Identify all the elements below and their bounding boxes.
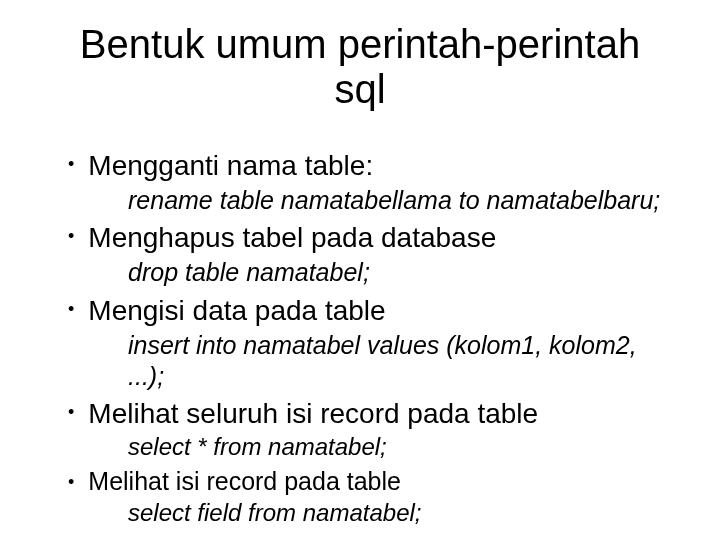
code-line: select field from namatabel; [128,499,670,528]
bullet-icon: • [68,472,74,493]
code-line: rename table namatabellama to namatabelb… [128,185,670,216]
list-item: • Mengganti nama table: [68,148,670,183]
list-item-label: Menghapus tabel pada database [88,220,496,255]
list-item: • Melihat isi record pada table [68,466,670,497]
list-item-label: Mengisi data pada table [88,293,385,328]
list-item: • Mengisi data pada table [68,293,670,328]
bullet-icon: • [68,402,74,423]
bullet-icon: • [68,154,74,175]
list-item: • Melihat seluruh isi record pada table [68,396,670,431]
bullet-icon: • [68,299,74,320]
code-line: drop table namatabel; [128,257,670,288]
list-item-label: Melihat seluruh isi record pada table [88,396,538,431]
code-line: insert into namatabel values (kolom1, ko… [128,330,670,393]
bullet-icon: • [68,226,74,247]
code-line: select * from namatabel; [128,433,670,462]
list-item: • Menghapus tabel pada database [68,220,670,255]
slide-content: • Mengganti nama table: rename table nam… [68,148,670,528]
list-item-label: Mengganti nama table: [88,148,373,183]
list-item-label: Melihat isi record pada table [88,466,401,497]
slide-title: Bentuk umum perintah-perintah sql [50,22,670,112]
